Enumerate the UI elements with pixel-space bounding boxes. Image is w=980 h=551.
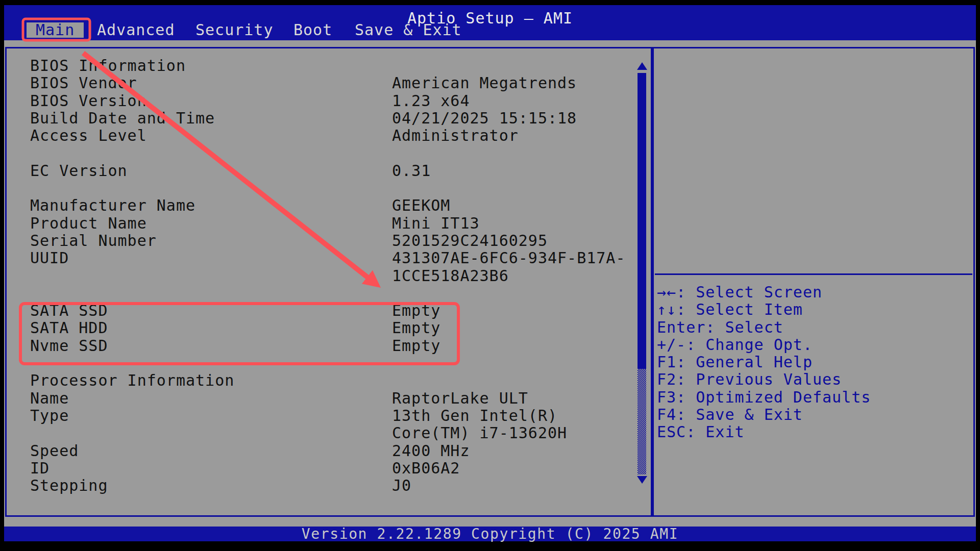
help-divider: [655, 273, 972, 275]
bios-info-list: BIOS Information BIOS VendorAmerican Meg…: [7, 57, 651, 494]
row-processor-id: ID0xB06A2: [7, 460, 651, 477]
help-f1-general-help: F1: General Help: [657, 354, 973, 371]
tab-advanced[interactable]: Advanced: [97, 22, 175, 38]
main-info-panel: BIOS Information BIOS VendorAmerican Meg…: [5, 47, 652, 517]
scroll-up-icon[interactable]: [637, 62, 647, 70]
row-serial-number: Serial Number5201529C24160295: [7, 232, 651, 249]
key-legend: →←: Select Screen ↑↓: Select Item Enter:…: [657, 284, 973, 441]
title-bar: Aptio Setup – AMI Main Advanced Security…: [4, 5, 976, 40]
scrollbar-track[interactable]: [638, 369, 646, 474]
help-select-item: ↑↓: Select Item: [657, 301, 973, 318]
row-sata-ssd: SATA SSDEmpty: [7, 302, 651, 319]
help-f2-previous-values: F2: Previous Values: [657, 371, 973, 388]
row-nvme-ssd: Nvme SSDEmpty: [7, 337, 651, 355]
version-text: Version 2.22.1289 Copyright (C) 2025 AMI: [4, 527, 976, 541]
row-access-level: Access LevelAdministrator: [7, 127, 651, 144]
row-processor-type-line2: Core(TM) i7-13620H: [7, 424, 651, 442]
row-build-date-time: Build Date and Time04/21/2025 15:15:18: [7, 110, 651, 127]
row-processor-type: Type13th Gen Intel(R): [7, 407, 651, 424]
footer-bar: Version 2.22.1289 Copyright (C) 2025 AMI: [4, 527, 976, 541]
help-f4-save-exit: F4: Save & Exit: [657, 406, 973, 423]
row-processor-name: NameRaptorLake ULT: [7, 390, 651, 407]
help-select-screen: →←: Select Screen: [657, 284, 973, 301]
section-header-processor-information: Processor Information: [7, 372, 651, 389]
row-processor-speed: Speed2400 MHz: [7, 442, 651, 460]
row-uuid-line2: 1CCE518A23B6: [7, 267, 651, 285]
tab-boot[interactable]: Boot: [293, 22, 332, 38]
tab-save-exit[interactable]: Save & Exit: [355, 22, 462, 38]
row-processor-stepping: SteppingJ0: [7, 477, 651, 494]
row-uuid: UUID431307AE-6FC6-934F-B17A-: [7, 249, 651, 267]
help-esc-exit: ESC: Exit: [657, 423, 973, 441]
row-blank: [7, 144, 651, 162]
help-f3-optimized: F3: Optimized Defaults: [657, 389, 973, 406]
row-product-name: Product NameMini IT13: [7, 215, 651, 232]
row-blank: [7, 285, 651, 302]
row-ec-version: EC Version0.31: [7, 162, 651, 180]
help-change-opt: +/-: Change Opt.: [657, 336, 973, 354]
tab-main[interactable]: Main: [27, 22, 84, 38]
bios-setup-screen: { "title_bar": { "title": "Aptio Setup –…: [0, 0, 980, 551]
row-blank: [7, 180, 651, 197]
tab-security[interactable]: Security: [195, 22, 274, 38]
scrollbar-thumb[interactable]: [638, 73, 646, 369]
row-manufacturer-name: Manufacturer NameGEEKOM: [7, 197, 651, 214]
help-enter-select: Enter: Select: [657, 319, 973, 336]
section-header-bios-information: BIOS Information: [7, 57, 651, 74]
row-bios-vendor: BIOS VendorAmerican Megatrends: [7, 74, 651, 92]
row-blank: [7, 355, 651, 372]
bios-screen-area: Aptio Setup – AMI Main Advanced Security…: [4, 5, 976, 541]
help-panel: →←: Select Screen ↑↓: Select Item Enter:…: [652, 47, 975, 517]
row-bios-version: BIOS Version1.23 x64: [7, 92, 651, 110]
scroll-down-icon[interactable]: [637, 476, 647, 484]
row-sata-hdd: SATA HDDEmpty: [7, 319, 651, 337]
